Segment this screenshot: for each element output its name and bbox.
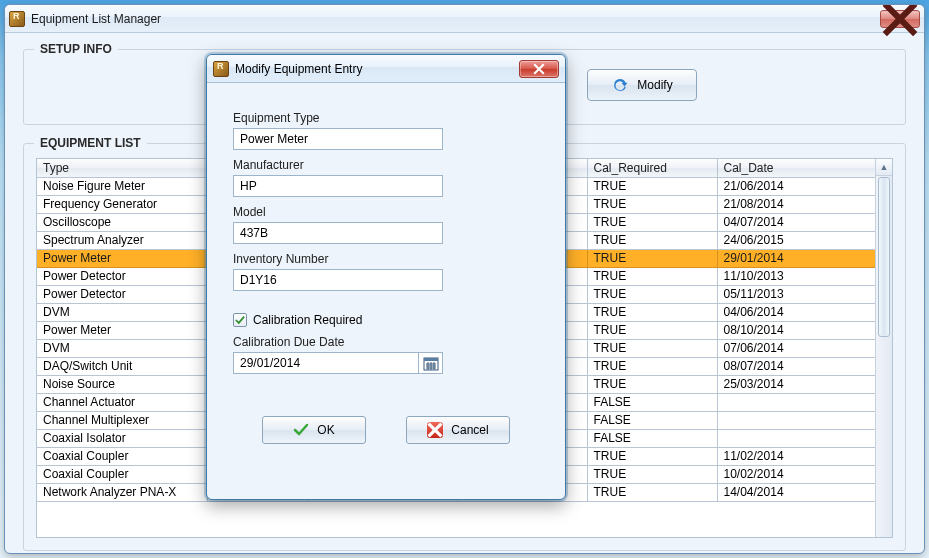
cancel-button-label: Cancel [451, 423, 488, 437]
label-manufacturer: Manufacturer [233, 158, 539, 172]
col-cal-date[interactable]: Cal_Date [717, 159, 892, 177]
cell-type[interactable]: Power Detector [37, 267, 207, 285]
cell-req[interactable]: TRUE [587, 303, 717, 321]
cell-date[interactable]: 14/04/2014 [717, 483, 892, 501]
calendar-picker-button[interactable] [419, 352, 443, 374]
cell-req[interactable]: TRUE [587, 321, 717, 339]
ok-button-label: OK [317, 423, 334, 437]
cell-type[interactable]: Power Meter [37, 321, 207, 339]
cell-date[interactable]: 05/11/2013 [717, 285, 892, 303]
cell-date[interactable]: 21/06/2014 [717, 177, 892, 195]
cell-date[interactable]: 04/07/2014 [717, 213, 892, 231]
cell-date[interactable]: 24/06/2015 [717, 231, 892, 249]
cell-type[interactable]: DVM [37, 339, 207, 357]
cell-req[interactable]: TRUE [587, 213, 717, 231]
cell-type[interactable]: Network Analyzer PNA-X [37, 483, 207, 501]
cell-req[interactable]: TRUE [587, 195, 717, 213]
checkbox-calibration-required[interactable] [233, 313, 247, 327]
label-calibration-due: Calibration Due Date [233, 335, 539, 349]
cell-req[interactable]: TRUE [587, 339, 717, 357]
cell-type[interactable]: Coaxial Coupler [37, 465, 207, 483]
cell-type[interactable]: Power Meter [37, 249, 207, 267]
dialog-close-button[interactable] [519, 60, 559, 78]
modify-equipment-dialog: Modify Equipment Entry Equipment Type Ma… [206, 54, 566, 500]
dialog-app-icon [213, 61, 229, 77]
scroll-up-arrow[interactable]: ▲ [876, 159, 892, 176]
svg-rect-1 [424, 358, 438, 361]
cell-type[interactable]: Coaxial Coupler [37, 447, 207, 465]
cell-date[interactable]: 21/08/2014 [717, 195, 892, 213]
cell-req[interactable]: TRUE [587, 249, 717, 267]
cell-req[interactable]: TRUE [587, 285, 717, 303]
cancel-x-icon [427, 422, 443, 438]
cell-req[interactable]: TRUE [587, 465, 717, 483]
cell-type[interactable]: Oscilloscope [37, 213, 207, 231]
cell-date[interactable]: 11/02/2014 [717, 447, 892, 465]
titlebar[interactable]: Equipment List Manager [5, 5, 924, 33]
cell-date[interactable]: 25/03/2014 [717, 375, 892, 393]
cell-req[interactable]: TRUE [587, 231, 717, 249]
cell-req[interactable]: TRUE [587, 267, 717, 285]
label-inventory: Inventory Number [233, 252, 539, 266]
cell-type[interactable]: Spectrum Analyzer [37, 231, 207, 249]
cell-type[interactable]: Channel Actuator [37, 393, 207, 411]
col-cal-required[interactable]: Cal_Required [587, 159, 717, 177]
cell-date[interactable]: 04/06/2014 [717, 303, 892, 321]
label-model: Model [233, 205, 539, 219]
input-equipment-type[interactable] [233, 128, 443, 150]
cell-req[interactable]: FALSE [587, 393, 717, 411]
calendar-icon [423, 355, 439, 371]
input-model[interactable] [233, 222, 443, 244]
ok-button[interactable]: OK [262, 416, 366, 444]
check-icon [235, 315, 245, 325]
col-type[interactable]: Type [37, 159, 207, 177]
dialog-title: Modify Equipment Entry [235, 62, 362, 76]
cell-date[interactable] [717, 429, 892, 447]
cell-req[interactable]: FALSE [587, 411, 717, 429]
cell-req[interactable]: TRUE [587, 357, 717, 375]
input-manufacturer[interactable] [233, 175, 443, 197]
window-close-button[interactable] [880, 10, 920, 28]
scroll-thumb[interactable] [878, 177, 890, 337]
grid-scrollbar[interactable]: ▲ [875, 159, 892, 537]
input-inventory[interactable] [233, 269, 443, 291]
cell-date[interactable]: 08/10/2014 [717, 321, 892, 339]
label-calibration-required: Calibration Required [253, 313, 362, 327]
cell-type[interactable]: Noise Figure Meter [37, 177, 207, 195]
cell-type[interactable]: Power Detector [37, 285, 207, 303]
setup-info-title: SETUP INFO [34, 42, 118, 56]
cell-type[interactable]: Frequency Generator [37, 195, 207, 213]
cell-date[interactable]: 08/07/2014 [717, 357, 892, 375]
input-calibration-due[interactable] [233, 352, 419, 374]
modify-button[interactable]: Modify [587, 69, 697, 101]
cell-date[interactable]: 29/01/2014 [717, 249, 892, 267]
equipment-list-title: EQUIPMENT LIST [34, 136, 147, 150]
modify-button-label: Modify [637, 78, 672, 92]
cell-date[interactable]: 07/06/2014 [717, 339, 892, 357]
refresh-icon [611, 76, 629, 94]
cell-date[interactable]: 11/10/2013 [717, 267, 892, 285]
label-equipment-type: Equipment Type [233, 111, 539, 125]
checkmark-icon [293, 422, 309, 438]
cell-type[interactable]: Channel Multiplexer [37, 411, 207, 429]
window-title: Equipment List Manager [31, 12, 161, 26]
cell-date[interactable] [717, 393, 892, 411]
cancel-button[interactable]: Cancel [406, 416, 510, 444]
cell-type[interactable]: DAQ/Switch Unit [37, 357, 207, 375]
cell-req[interactable]: TRUE [587, 177, 717, 195]
app-icon [9, 11, 25, 27]
cell-date[interactable] [717, 411, 892, 429]
cell-type[interactable]: Noise Source [37, 375, 207, 393]
cell-date[interactable]: 10/02/2014 [717, 465, 892, 483]
cell-req[interactable]: FALSE [587, 429, 717, 447]
cell-type[interactable]: Coaxial Isolator [37, 429, 207, 447]
cell-req[interactable]: TRUE [587, 375, 717, 393]
cell-type[interactable]: DVM [37, 303, 207, 321]
dialog-titlebar[interactable]: Modify Equipment Entry [207, 55, 565, 83]
cell-req[interactable]: TRUE [587, 483, 717, 501]
cell-req[interactable]: TRUE [587, 447, 717, 465]
